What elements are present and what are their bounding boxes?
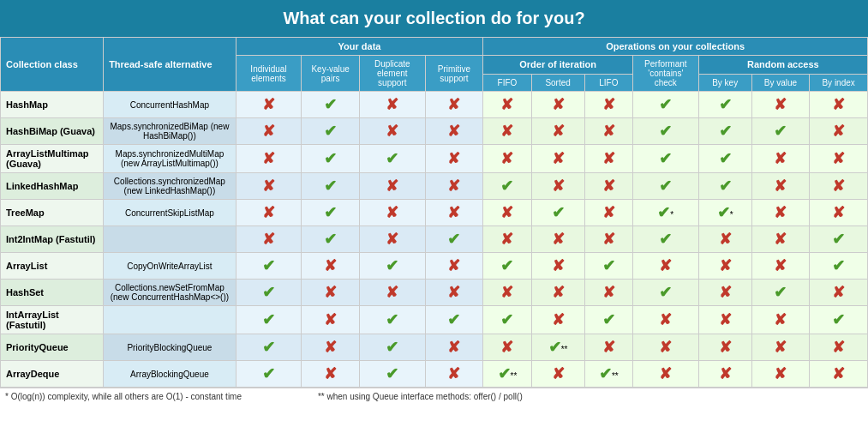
collection-name: PriorityQueue [1, 334, 104, 361]
primitive-support-header: Primitive support [425, 56, 483, 92]
table-cell: ✔ [302, 200, 360, 226]
thread-safe-value: PriorityBlockingQueue [104, 334, 236, 361]
table-cell: ✘ [698, 226, 751, 253]
table-cell: ✘ [751, 334, 810, 361]
table-cell: ✘ [751, 200, 810, 226]
table-cell: ✔** [584, 361, 632, 388]
table-cell: ✘ [302, 306, 360, 334]
table-cell: ✘ [483, 226, 531, 253]
table-row: ArrayListCopyOnWriteArrayList✔✘✔✘✔✘✔✘✘✘✔ [1, 253, 868, 280]
table-cell: ✔ [236, 334, 302, 361]
table-row: HashBiMap (Guava)Maps.synchronizedBiMap … [1, 118, 868, 145]
table-cell: ✘ [584, 145, 632, 173]
thread-safe-value: Collections.synchronizedMap (new LinkedH… [104, 173, 236, 200]
table-cell: ✘ [236, 145, 302, 173]
table-row: LinkedHashMapCollections.synchronizedMap… [1, 173, 868, 200]
fifo-header: FIFO [483, 74, 531, 92]
table-cell: ✘ [302, 280, 360, 306]
page-title: What can your collection do for you? [0, 0, 868, 37]
table-cell: ✔ [810, 253, 868, 280]
your-data-header: Your data [236, 38, 483, 56]
table-row: Int2IntMap (Fastutil)✘✔✘✔✘✘✘✔✘✘✔ [1, 226, 868, 253]
table-cell: ✘ [425, 334, 483, 361]
table-cell: ✘ [810, 118, 868, 145]
table-cell: ✔ [632, 145, 698, 173]
table-cell: ✔ [359, 145, 425, 173]
collection-name: ArrayListMultimap (Guava) [1, 145, 104, 173]
table-cell: ✘ [302, 334, 360, 361]
thread-safe-value [104, 306, 236, 334]
table-cell: ✔ [751, 280, 810, 306]
collection-name: HashMap [1, 92, 104, 118]
operations-header: Operations on your collections [483, 38, 868, 56]
thread-safe-value: ArrayBlockingQueue [104, 361, 236, 388]
table-cell: ✔* [698, 200, 751, 226]
table-cell: ✔ [632, 280, 698, 306]
table-cell: ✘ [698, 253, 751, 280]
table-cell: ✘ [236, 92, 302, 118]
table-cell: ✘ [810, 173, 868, 200]
table-cell: ✘ [632, 306, 698, 334]
table-cell: ✔ [302, 226, 360, 253]
table-cell: ✔ [483, 253, 531, 280]
table-cell: ✘ [425, 145, 483, 173]
table-cell: ✘ [584, 334, 632, 361]
table-cell: ✔ [302, 145, 360, 173]
table-cell: ✔** [531, 334, 584, 361]
table-cell: ✘ [483, 334, 531, 361]
table-cell: ✔ [425, 306, 483, 334]
table-cell: ✘ [698, 334, 751, 361]
table-cell: ✔ [698, 145, 751, 173]
individual-elements-header: Individual elements [236, 56, 302, 92]
table-cell: ✔ [359, 334, 425, 361]
thread-safe-value: Maps.synchronizedMultiMap (new ArrayList… [104, 145, 236, 173]
table-row: HashSetCollections.newSetFromMap (new Co… [1, 280, 868, 306]
table-cell: ✘ [359, 280, 425, 306]
random-access-header: Random access [698, 56, 867, 75]
thread-safe-header: Thread-safe alternative [104, 38, 236, 92]
thread-safe-value: ConcurrentHashMap [104, 92, 236, 118]
table-cell: ✘ [483, 145, 531, 173]
table-cell: ✘ [531, 306, 584, 334]
by-index-header: By index [810, 74, 868, 92]
table-cell: ✔ [632, 118, 698, 145]
collection-name: LinkedHashMap [1, 173, 104, 200]
table-cell: ✘ [425, 361, 483, 388]
contains-check-header: Performant 'contains' check [632, 56, 698, 92]
table-cell: ✘ [425, 253, 483, 280]
table-cell: ✘ [751, 173, 810, 200]
table-cell: ✘ [584, 92, 632, 118]
table-cell: ✘ [483, 280, 531, 306]
thread-safe-value [104, 226, 236, 253]
table-cell: ✘ [751, 92, 810, 118]
table-cell: ✔ [531, 200, 584, 226]
table-cell: ✔ [810, 226, 868, 253]
thread-safe-value: Collections.newSetFromMap (new Concurren… [104, 280, 236, 306]
table-cell: ✔ [483, 306, 531, 334]
table-cell: ✔ [698, 118, 751, 145]
table-cell: ✔ [632, 226, 698, 253]
table-cell: ✔ [632, 173, 698, 200]
table-cell: ✘ [359, 173, 425, 200]
table-row: ArrayDequeArrayBlockingQueue✔✘✔✘✔**✘✔**✘… [1, 361, 868, 388]
table-cell: ✘ [531, 280, 584, 306]
table-cell: ✘ [236, 173, 302, 200]
table-cell: ✘ [584, 200, 632, 226]
footnote-asterisk: * O(log(n)) complexity, while all others… [5, 392, 242, 401]
table-cell: ✘ [531, 226, 584, 253]
table-cell: ✘ [810, 92, 868, 118]
table-cell: ✘ [751, 145, 810, 173]
table-cell: ✘ [810, 145, 868, 173]
table-cell: ✘ [359, 92, 425, 118]
table-cell: ✘ [302, 361, 360, 388]
collection-name: ArrayList [1, 253, 104, 280]
collection-name: HashBiMap (Guava) [1, 118, 104, 145]
table-cell: ✔ [302, 92, 360, 118]
table-cell: ✘ [810, 361, 868, 388]
table-cell: ✘ [359, 118, 425, 145]
table-cell: ✔ [698, 92, 751, 118]
thread-safe-value: ConcurrentSkipListMap [104, 200, 236, 226]
thread-safe-value: CopyOnWriteArrayList [104, 253, 236, 280]
table-cell: ✔ [584, 253, 632, 280]
table-cell: ✘ [698, 361, 751, 388]
